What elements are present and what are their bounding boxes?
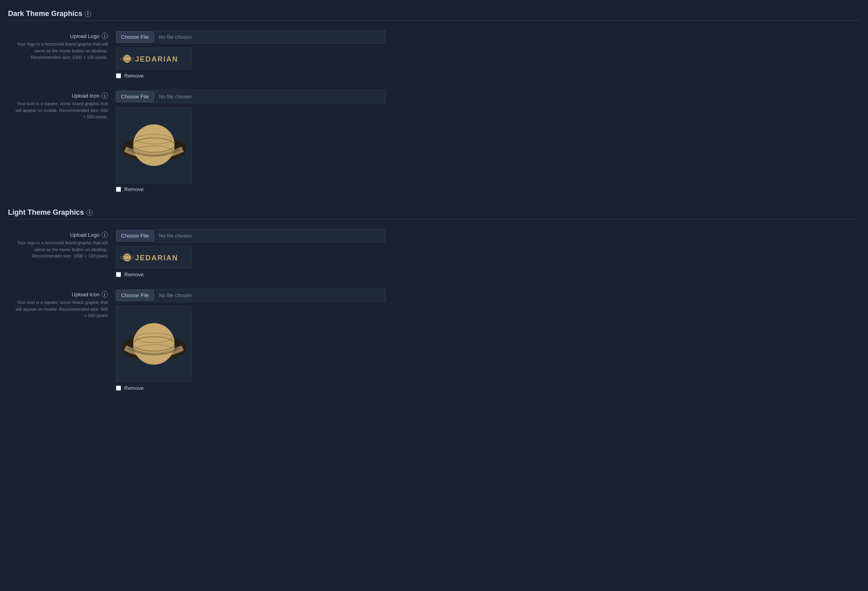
dark-theme-section: Dark Theme Graphics ℹ Upload Logo ℹ Your…: [8, 10, 860, 192]
dark-logo-label-col: Upload Logo ℹ Your logo is a horizontal …: [12, 30, 116, 61]
dark-logo-no-file: No file chosen: [154, 30, 386, 44]
dark-icon-svg: [120, 111, 188, 179]
dark-icon-label: Upload Icon ℹ: [12, 92, 108, 99]
light-icon-remove-row: Remove: [116, 385, 860, 391]
dark-logo-file-input-row: Choose File No file chosen: [116, 30, 860, 44]
light-logo-preview: JEDARIAN: [116, 246, 192, 268]
dark-logo-content: Choose File No file chosen JEDARIAN Remo…: [116, 30, 860, 79]
dark-icon-remove-row: Remove: [116, 186, 860, 192]
dark-icon-no-file: No file chosen: [154, 90, 386, 103]
dark-logo-preview: JEDARIAN: [116, 48, 192, 70]
light-icon-field-row: Upload Icon ℹ Your icon is a square, ico…: [8, 289, 860, 391]
light-icon-content: Choose File No file chosen Remove: [116, 289, 860, 391]
light-logo-field-row: Upload Logo ℹ Your logo is a horizontal …: [8, 229, 860, 278]
light-theme-title: Light Theme Graphics ℹ: [8, 208, 860, 217]
dark-logo-choose-btn[interactable]: Choose File: [116, 31, 154, 43]
light-theme-section: Light Theme Graphics ℹ Upload Logo ℹ You…: [8, 208, 860, 391]
light-logo-label: Upload Logo ℹ: [12, 232, 108, 238]
light-logo-choose-btn[interactable]: Choose File: [116, 230, 154, 242]
svg-point-10: [123, 254, 131, 262]
dark-logo-remove-checkbox[interactable]: [116, 73, 121, 78]
light-icon-label-col: Upload Icon ℹ Your icon is a square, ico…: [12, 289, 116, 319]
dark-icon-preview: [116, 107, 192, 183]
light-icon-preview: [116, 306, 192, 382]
light-logo-help: Your logo is a horizontal brand graphic …: [12, 240, 108, 260]
light-logo-label-col: Upload Logo ℹ Your logo is a horizontal …: [12, 229, 116, 260]
dark-icon-choose-btn[interactable]: Choose File: [116, 91, 154, 102]
dark-theme-divider: [8, 20, 860, 21]
dark-logo-info-icon[interactable]: ℹ: [102, 33, 108, 39]
dark-icon-label-col: Upload Icon ℹ Your icon is a square, ico…: [12, 90, 116, 120]
dark-logo-remove-row: Remove: [116, 73, 860, 79]
light-icon-file-input-row: Choose File No file chosen: [116, 289, 860, 302]
light-icon-help: Your icon is a square, iconic brand grap…: [12, 299, 108, 319]
dark-icon-field-row: Upload Icon ℹ Your icon is a square, ico…: [8, 90, 860, 192]
dark-logo-svg: JEDARIAN: [120, 51, 188, 67]
light-theme-info-icon[interactable]: ℹ: [86, 210, 93, 216]
light-logo-file-input-row: Choose File No file chosen: [116, 229, 860, 242]
dark-logo-label: Upload Logo ℹ: [12, 33, 108, 39]
dark-logo-remove-label[interactable]: Remove: [124, 73, 143, 79]
dark-icon-remove-checkbox[interactable]: [116, 187, 121, 192]
light-logo-content: Choose File No file chosen JEDARIAN Remo…: [116, 229, 860, 278]
light-icon-remove-label[interactable]: Remove: [124, 385, 143, 391]
light-icon-info-icon[interactable]: ℹ: [102, 291, 108, 297]
light-icon-no-file: No file chosen: [154, 289, 386, 302]
svg-point-0: [123, 55, 131, 63]
light-logo-svg: JEDARIAN: [120, 250, 188, 266]
light-logo-remove-checkbox[interactable]: [116, 272, 121, 277]
light-logo-remove-label[interactable]: Remove: [124, 272, 143, 278]
dark-logo-help: Your logo is a horizontal brand graphic …: [12, 41, 108, 61]
dark-icon-content: Choose File No file chosen: [116, 90, 860, 192]
light-icon-choose-btn[interactable]: Choose File: [116, 290, 154, 301]
light-icon-remove-checkbox[interactable]: [116, 385, 121, 391]
light-logo-no-file: No file chosen: [154, 229, 386, 242]
dark-icon-file-input-row: Choose File No file chosen: [116, 90, 860, 103]
dark-theme-title: Dark Theme Graphics ℹ: [8, 10, 860, 18]
light-theme-divider: [8, 219, 860, 220]
light-logo-info-icon[interactable]: ℹ: [102, 232, 108, 238]
light-icon-label: Upload Icon ℹ: [12, 291, 108, 297]
light-icon-svg: [120, 310, 188, 378]
dark-icon-remove-label[interactable]: Remove: [124, 186, 143, 192]
svg-point-15: [133, 323, 175, 365]
dark-logo-field-row: Upload Logo ℹ Your logo is a horizontal …: [8, 30, 860, 79]
svg-text:JEDARIAN: JEDARIAN: [135, 254, 178, 262]
svg-text:JEDARIAN: JEDARIAN: [135, 55, 178, 63]
dark-icon-info-icon[interactable]: ℹ: [102, 92, 108, 99]
light-logo-remove-row: Remove: [116, 272, 860, 278]
dark-theme-info-icon[interactable]: ℹ: [85, 11, 91, 17]
dark-icon-help: Your icon is a square, iconic brand grap…: [12, 100, 108, 120]
